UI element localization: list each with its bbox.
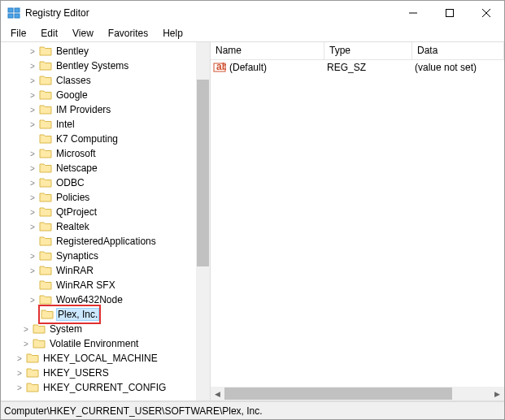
minimize-button[interactable] — [394, 1, 431, 25]
expand-icon[interactable]: > — [27, 119, 38, 130]
tree-item-label: HKEY_USERS — [41, 367, 111, 379]
expand-icon — [27, 133, 38, 145]
expand-icon[interactable]: > — [27, 60, 38, 71]
svg-text:ab: ab — [216, 61, 226, 72]
expand-icon[interactable]: > — [27, 104, 38, 115]
expand-icon[interactable]: > — [27, 192, 38, 203]
folder-icon — [26, 367, 39, 379]
svg-rect-3 — [15, 14, 20, 18]
expand-icon — [27, 236, 38, 247]
tree-scrollbar[interactable] — [196, 42, 210, 401]
list-h-scrollbar[interactable]: ◀ ▶ — [211, 387, 504, 401]
svg-rect-2 — [8, 14, 13, 18]
folder-icon — [39, 162, 52, 174]
tree-item-label: System — [48, 323, 84, 335]
tree-item-label: IM Providers — [54, 104, 112, 115]
expand-icon[interactable]: > — [27, 294, 38, 305]
tree-item-label: HKEY_LOCAL_MACHINE — [41, 353, 159, 364]
tree-item[interactable]: WinRAR SFX — [1, 278, 196, 292]
folder-icon — [39, 89, 52, 101]
tree-item[interactable]: >QtProject — [1, 205, 196, 219]
menu-edit[interactable]: Edit — [34, 26, 64, 41]
tree-item[interactable]: >ODBC — [1, 175, 196, 190]
expand-icon[interactable]: > — [14, 382, 25, 393]
expand-icon[interactable]: > — [20, 338, 32, 349]
tree-item-label: Volatile Environment — [48, 338, 140, 349]
expand-icon[interactable]: > — [27, 75, 38, 86]
tree-item[interactable]: >Classes — [1, 73, 196, 88]
value-type: REG_SZ — [324, 62, 412, 73]
tree-item[interactable]: >WinRAR — [1, 263, 196, 278]
expand-icon[interactable]: > — [27, 206, 38, 218]
tree-item[interactable]: >IM Providers — [1, 102, 196, 117]
expand-icon — [27, 279, 38, 291]
tree-item[interactable]: >HKEY_USERS — [1, 366, 196, 380]
tree-item-label: WinRAR SFX — [54, 279, 117, 291]
folder-icon — [33, 338, 46, 349]
expand-icon[interactable]: > — [27, 148, 38, 159]
tree-item-label: Plex, Inc. — [56, 308, 99, 321]
scroll-left-icon[interactable]: ◀ — [211, 387, 224, 401]
maximize-button[interactable] — [431, 1, 468, 25]
expand-icon[interactable]: > — [27, 265, 38, 276]
tree-item[interactable]: >Realtek — [1, 219, 196, 234]
folder-icon — [26, 353, 39, 364]
folder-icon — [39, 104, 52, 115]
tree-item[interactable]: >Bentley — [1, 44, 196, 58]
tree-scrollbar-thumb[interactable] — [197, 80, 209, 266]
folder-icon — [39, 133, 52, 145]
expand-icon[interactable]: > — [27, 250, 38, 262]
value-data: (value not set) — [412, 62, 504, 73]
expand-icon[interactable]: > — [14, 367, 25, 379]
expand-icon[interactable]: > — [20, 323, 32, 335]
menu-file[interactable]: File — [4, 26, 33, 41]
tree-item[interactable]: >Synaptics — [1, 249, 196, 263]
tree-item[interactable]: >HKEY_LOCAL_MACHINE — [1, 351, 196, 366]
menu-favorites[interactable]: Favorites — [102, 26, 155, 41]
col-header-data[interactable]: Data — [412, 42, 504, 59]
expand-icon[interactable]: > — [14, 353, 25, 364]
tree-item[interactable]: >Google — [1, 88, 196, 102]
registry-tree[interactable]: >Bentley>Bentley Systems>Classes>Google>… — [1, 42, 196, 396]
col-header-name[interactable]: Name — [211, 42, 324, 59]
tree-item[interactable]: K7 Computing — [1, 132, 196, 146]
window-title: Registry Editor — [25, 7, 394, 19]
tree-item-label: Synaptics — [54, 250, 100, 262]
expand-icon[interactable]: > — [27, 177, 38, 188]
folder-icon — [39, 45, 52, 57]
tree-item[interactable]: >Microsoft — [1, 146, 196, 161]
folder-icon — [39, 75, 52, 86]
tree-item[interactable]: >HKEY_CURRENT_CONFIG — [1, 380, 196, 395]
tree-item-label: Classes — [54, 75, 93, 86]
list-header: Name Type Data — [211, 42, 504, 60]
expand-icon[interactable]: > — [27, 45, 38, 57]
value-name: (Default) — [229, 62, 267, 73]
tree-item-label: Intel — [54, 119, 76, 130]
h-scrollbar-thumb[interactable] — [224, 388, 452, 400]
tree-item-label: RegisteredApplications — [54, 236, 158, 247]
scroll-right-icon[interactable]: ▶ — [490, 387, 504, 401]
tree-item-label: Netscape — [54, 162, 99, 174]
tree-item[interactable]: RegisteredApplications — [1, 234, 196, 249]
col-header-type[interactable]: Type — [324, 42, 412, 59]
expand-icon[interactable]: > — [27, 221, 38, 232]
folder-icon — [39, 236, 52, 247]
svg-rect-5 — [446, 10, 453, 17]
tree-item[interactable]: >Volatile Environment — [1, 336, 196, 351]
tree-pane: >Bentley>Bentley Systems>Classes>Google>… — [1, 42, 211, 401]
expand-icon[interactable]: > — [27, 162, 38, 174]
menu-help[interactable]: Help — [156, 26, 189, 41]
tree-item[interactable]: Plex, Inc. — [1, 307, 196, 322]
tree-item[interactable]: >Intel — [1, 117, 196, 132]
list-body[interactable]: ab (Default) REG_SZ (value not set) — [211, 60, 504, 387]
close-button[interactable] — [468, 1, 504, 25]
tree-item[interactable]: >Policies — [1, 190, 196, 205]
menu-view[interactable]: View — [66, 26, 100, 41]
expand-icon[interactable]: > — [27, 89, 38, 101]
folder-icon — [39, 279, 52, 291]
folder-icon — [39, 206, 52, 218]
tree-item[interactable]: >Bentley Systems — [1, 58, 196, 73]
tree-item-label: WinRAR — [54, 265, 95, 276]
tree-item[interactable]: >Netscape — [1, 161, 196, 175]
list-row[interactable]: ab (Default) REG_SZ (value not set) — [211, 60, 504, 75]
